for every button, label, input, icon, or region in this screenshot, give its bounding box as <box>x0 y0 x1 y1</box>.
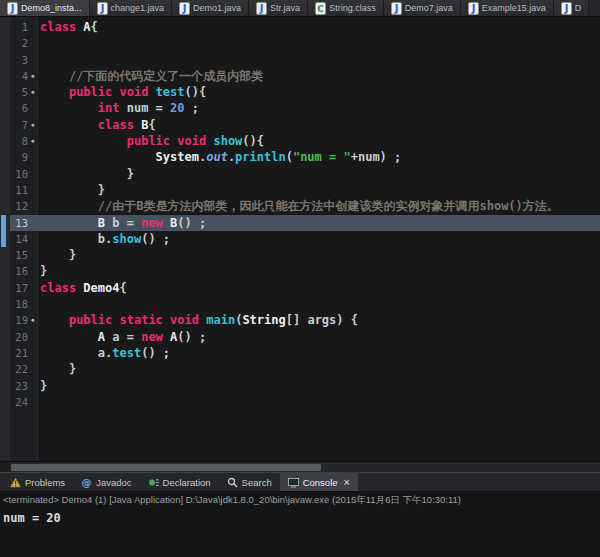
close-icon[interactable]: × <box>344 477 350 488</box>
code-text: A a = new A() ; <box>38 329 600 345</box>
editor-tab[interactable]: Jchange1.java <box>90 0 173 16</box>
code-token: a. <box>40 346 112 360</box>
view-tab-label: Declaration <box>163 477 211 488</box>
line-number: 22 <box>10 361 28 377</box>
fold-column <box>28 231 38 247</box>
console-header: <terminated> Demo4 (1) [Java Application… <box>0 492 600 508</box>
java-file-icon: J <box>561 2 572 15</box>
svg-text:J: J <box>470 3 475 14</box>
fold-marker-icon[interactable]: ● <box>28 68 38 84</box>
code-line[interactable]: 15 } <box>0 247 600 263</box>
code-token <box>112 313 119 327</box>
editor-tab[interactable]: CString.class <box>308 0 384 16</box>
code-text: public static void main(String[] args) { <box>38 312 600 328</box>
code-token <box>112 85 119 99</box>
editor-tab-label: Demo1.java <box>193 3 241 13</box>
horizontal-scrollbar[interactable] <box>0 461 600 472</box>
code-line[interactable]: 14 b.show() ; <box>0 231 600 247</box>
fold-column <box>28 198 38 214</box>
editor-tab[interactable]: JDemo1.java <box>172 0 249 16</box>
code-line[interactable]: 22 } <box>0 361 600 377</box>
editor-tab-label: Str.java <box>270 3 300 13</box>
code-token: num = <box>119 101 170 115</box>
marker-column <box>0 133 10 149</box>
code-line[interactable]: 19● public static void main(String[] arg… <box>0 312 600 328</box>
editor-tab[interactable]: JStr.java <box>249 0 308 16</box>
editor-tab[interactable]: JExample15.java <box>461 0 554 16</box>
code-line[interactable]: 16} <box>0 263 600 279</box>
view-tab-console[interactable]: Console× <box>280 473 358 491</box>
line-number: 12 <box>10 198 28 214</box>
code-text: class Demo4{ <box>38 280 600 296</box>
code-token: () ; <box>141 232 170 246</box>
fold-column <box>28 35 38 51</box>
code-line[interactable]: 13 B b = new B() ; <box>0 215 600 231</box>
code-line[interactable]: 17class Demo4{ <box>0 280 600 296</box>
fold-marker-icon[interactable]: ● <box>28 312 38 328</box>
svg-text:J: J <box>10 3 15 14</box>
code-line[interactable]: 21 a.test() ; <box>0 345 600 361</box>
code-token <box>40 118 98 132</box>
code-token <box>40 330 98 344</box>
code-line[interactable]: 23} <box>0 378 600 394</box>
code-line[interactable]: 1class A{ <box>0 19 600 35</box>
code-token: static <box>120 313 163 327</box>
code-text <box>38 35 600 51</box>
editor-tab[interactable]: JDemo8_insta... <box>0 0 90 16</box>
view-tab-problems[interactable]: Problems <box>2 473 73 491</box>
code-line[interactable]: 18 <box>0 296 600 312</box>
code-token: (){ <box>242 134 264 148</box>
code-line[interactable]: 11 } <box>0 182 600 198</box>
editor-tab[interactable]: JDemo7.java <box>384 0 461 16</box>
code-token <box>40 101 98 115</box>
marker-column <box>0 312 10 328</box>
code-line[interactable]: 6 int num = 20 ; <box>0 100 600 116</box>
code-token: ( <box>286 150 293 164</box>
view-tab-javadoc[interactable]: @Javadoc <box>73 473 139 491</box>
code-token: () ; <box>177 330 206 344</box>
code-token: } <box>40 379 47 393</box>
code-line[interactable]: 20 A a = new A() ; <box>0 329 600 345</box>
code-line[interactable]: 2 <box>0 35 600 51</box>
fold-column <box>28 345 38 361</box>
code-line[interactable]: 4● //下面的代码定义了一个成员内部类 <box>0 68 600 84</box>
code-text: //下面的代码定义了一个成员内部类 <box>38 68 600 84</box>
marker-column <box>0 361 10 377</box>
fold-marker-icon[interactable]: ● <box>28 133 38 149</box>
marker-column <box>0 378 10 394</box>
fold-column <box>28 378 38 394</box>
line-number: 9 <box>10 149 28 165</box>
code-line[interactable]: 8● public void show(){ <box>0 133 600 149</box>
view-tab-label: Javadoc <box>96 477 131 488</box>
editor-tab-label: Demo7.java <box>405 3 453 13</box>
fold-marker-icon[interactable]: ● <box>28 84 38 100</box>
code-token: public <box>69 313 112 327</box>
code-line[interactable]: 3 <box>0 52 600 68</box>
marker-column <box>0 166 10 182</box>
code-token: "num = " <box>293 150 351 164</box>
editor-tab-label: Demo8_insta... <box>21 3 82 13</box>
code-text <box>38 52 600 68</box>
code-line[interactable]: 10 } <box>0 166 600 182</box>
view-tab-search[interactable]: Search <box>219 473 280 491</box>
code-line[interactable]: 7● class B{ <box>0 117 600 133</box>
code-token: out <box>206 150 228 164</box>
line-number: 6 <box>10 100 28 116</box>
line-number: 4 <box>10 68 28 84</box>
code-editor[interactable]: 1class A{234● //下面的代码定义了一个成员内部类5● public… <box>0 17 600 461</box>
editor-tab[interactable]: JD <box>554 0 590 16</box>
code-line[interactable]: 24 <box>0 394 600 410</box>
scrollbar-thumb[interactable] <box>11 464 321 471</box>
code-line[interactable]: 9 System.out.println("num = "+num) ; <box>0 149 600 165</box>
view-tab-declaration[interactable]: Declaration <box>140 473 219 491</box>
fold-marker-icon[interactable]: ● <box>28 117 38 133</box>
code-token: { <box>119 281 126 295</box>
code-line[interactable]: 5● public void test(){ <box>0 84 600 100</box>
code-token <box>163 330 170 344</box>
code-line[interactable]: 12 //由于B类是方法内部类，因此只能在方法中创建该类的实例对象并调用show… <box>0 198 600 214</box>
line-number: 3 <box>10 52 28 68</box>
class-file-icon: C <box>315 2 326 15</box>
code-text: int num = 20 ; <box>38 100 600 116</box>
code-token: public <box>69 85 112 99</box>
code-token: //下面的代码定义了一个成员内部类 <box>69 69 263 83</box>
